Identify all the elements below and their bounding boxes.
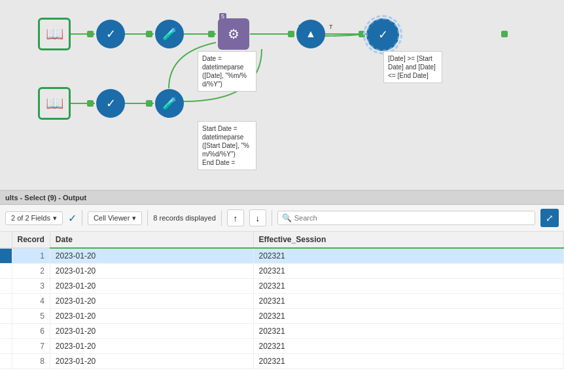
cell-date: 2023-01-20 (50, 339, 253, 354)
checkmark-icon: ✓ (68, 212, 77, 224)
book-icon-1: 📖 (38, 18, 71, 50)
search-box[interactable]: 🔍 (277, 211, 535, 225)
cell-record: 8 (12, 354, 50, 369)
node-book-2[interactable]: 📖 (38, 87, 71, 120)
connector-lines: T T (0, 0, 564, 190)
node-flask-1[interactable]: 🧪 (155, 20, 184, 48)
fields-selector-button[interactable]: 2 of 2 Fields ▾ (5, 211, 63, 225)
cell-session: 202321 (253, 339, 563, 354)
svg-rect-15 (87, 100, 94, 107)
col-header-date: Date (50, 232, 253, 248)
table-row: 72023-01-20202321 (0, 339, 564, 354)
svg-rect-16 (146, 100, 152, 107)
flask-icon-1: 🧪 (155, 20, 184, 48)
separator-4 (272, 210, 272, 226)
svg-rect-17 (501, 31, 508, 37)
scroll-up-button[interactable]: ↑ (227, 209, 244, 226)
table-row: 82023-01-20202321 (0, 354, 564, 369)
cell-record: 7 (12, 339, 50, 354)
tooltip-filter-condition: [Date] >= [Start Date] and [Date] <= [En… (383, 51, 442, 83)
table-row: 32023-01-20202321 (0, 279, 564, 294)
node-gear[interactable]: ⚙ 5 (218, 18, 249, 50)
cell-date: 2023-01-20 (50, 309, 253, 324)
svg-rect-9 (87, 31, 94, 37)
cell-session: 202321 (253, 264, 563, 279)
check-icon-1: ✓ (96, 20, 125, 48)
node-check-dashed[interactable]: ✓ (366, 18, 399, 51)
cell-session: 202321 (253, 279, 563, 294)
node-check-2[interactable]: ✓ (96, 89, 125, 118)
separator-3 (221, 210, 222, 226)
expand-button[interactable]: ⤢ (540, 209, 559, 227)
tooltip-formula-1: Date = datetimeparse ([Date], "%m/% d/%Y… (198, 51, 256, 92)
row-indicator (0, 339, 12, 354)
col-header-session: Effective_Session (253, 232, 563, 248)
cell-session: 202321 (253, 354, 563, 369)
cell-viewer-dropdown-icon: ▾ (132, 214, 136, 223)
check-dashed-icon: ✓ (366, 18, 399, 51)
flask-icon-2: 🧪 (155, 89, 184, 118)
table-header-row: Record Date Effective_Session (0, 232, 564, 248)
svg-rect-13 (288, 31, 294, 37)
table-row: 52023-01-20202321 (0, 309, 564, 324)
tooltip-formula-2: Start Date = datetimeparse ([Start Date]… (198, 121, 256, 170)
cell-date: 2023-01-20 (50, 294, 253, 309)
node-filter[interactable]: ▲ (296, 20, 325, 48)
cell-viewer-button[interactable]: Cell Viewer ▾ (88, 211, 142, 225)
svg-rect-10 (146, 31, 152, 37)
cell-date: 2023-01-20 (50, 324, 253, 339)
row-indicator (0, 294, 12, 309)
workflow-canvas: T T 📖 ✓ 🧪 ⚙ 5 (0, 0, 564, 190)
cell-session: 202321 (253, 294, 563, 309)
node-flask-2[interactable]: 🧪 (155, 89, 184, 118)
cell-session: 202321 (253, 248, 563, 264)
cell-session: 202321 (253, 324, 563, 339)
table-row: 42023-01-20202321 (0, 294, 564, 309)
table-row: 22023-01-20202321 (0, 264, 564, 279)
row-indicator (0, 279, 12, 294)
cell-date: 2023-01-20 (50, 248, 253, 264)
cell-date: 2023-01-20 (50, 354, 253, 369)
cell-record: 3 (12, 279, 50, 294)
cell-record: 1 (12, 248, 50, 264)
cell-record: 5 (12, 309, 50, 324)
svg-text:T: T (329, 24, 333, 30)
svg-rect-11 (208, 31, 215, 37)
scroll-down-button[interactable]: ↓ (249, 209, 266, 226)
col-header-record: Record (12, 232, 50, 248)
book-icon-2: 📖 (38, 87, 71, 120)
results-header: ults - Select (9) - Output (0, 191, 564, 205)
svg-rect-14 (359, 31, 365, 37)
cell-record: 2 (12, 264, 50, 279)
dropdown-arrow-icon: ▾ (53, 214, 57, 223)
results-panel: ults - Select (9) - Output 2 of 2 Fields… (0, 190, 564, 392)
row-indicator (0, 324, 12, 339)
gear-icon: ⚙ (218, 18, 249, 50)
search-icon: 🔍 (282, 213, 292, 223)
row-indicator (0, 309, 12, 324)
node-book-1[interactable]: 📖 (38, 18, 71, 50)
table-row: 12023-01-20202321 (0, 248, 564, 264)
results-toolbar: 2 of 2 Fields ▾ ✓ Cell Viewer ▾ 8 record… (0, 205, 564, 232)
row-indicator (0, 264, 12, 279)
check-icon-2: ✓ (96, 89, 125, 118)
row-indicator (0, 354, 12, 369)
expand-icon: ⤢ (546, 213, 554, 223)
cell-date: 2023-01-20 (50, 264, 253, 279)
data-table: Record Date Effective_Session 12023-01-2… (0, 232, 564, 392)
cell-session: 202321 (253, 309, 563, 324)
separator-1 (82, 210, 82, 226)
separator-2 (147, 210, 148, 226)
cell-record: 4 (12, 294, 50, 309)
cell-date: 2023-01-20 (50, 279, 253, 294)
table-row: 62023-01-20202321 (0, 324, 564, 339)
search-input[interactable] (294, 214, 531, 222)
records-count: 8 records displayed (153, 214, 215, 222)
cell-record: 6 (12, 324, 50, 339)
row-indicator (0, 248, 12, 264)
node-check-1[interactable]: ✓ (96, 20, 125, 48)
filter-icon: ▲ (296, 20, 325, 48)
col-header-indicator (0, 232, 12, 248)
